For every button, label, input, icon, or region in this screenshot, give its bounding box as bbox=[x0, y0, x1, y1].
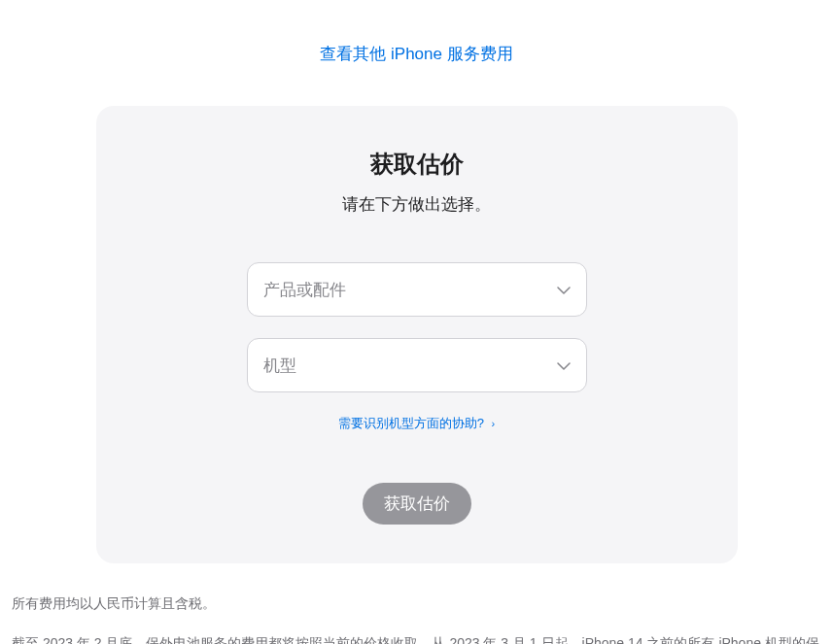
model-select[interactable]: 机型 bbox=[247, 338, 587, 392]
footer-note-2: 截至 2023 年 2 月底，保外电池服务的费用都将按照当前的价格收取。从 20… bbox=[12, 630, 821, 644]
chevron-right-icon: › bbox=[492, 418, 496, 429]
model-placeholder: 机型 bbox=[263, 355, 296, 377]
product-select-wrapper: 产品或配件 bbox=[247, 262, 587, 317]
model-select-wrapper: 机型 bbox=[247, 338, 587, 392]
identify-model-help-link[interactable]: 需要识别机型方面的协助? › bbox=[338, 416, 496, 430]
help-link-container: 需要识别机型方面的协助? › bbox=[135, 414, 699, 432]
footer-notes: 所有费用均以人民币计算且含税。 截至 2023 年 2 月底，保外电池服务的费用… bbox=[10, 591, 823, 644]
chevron-down-icon bbox=[557, 356, 571, 375]
top-link-container: 查看其他 iPhone 服务费用 bbox=[10, 0, 823, 92]
estimate-card: 获取估价 请在下方做出选择。 产品或配件 机型 bbox=[96, 106, 738, 563]
card-subtitle: 请在下方做出选择。 bbox=[135, 193, 699, 216]
card-title: 获取估价 bbox=[135, 149, 699, 180]
chevron-down-icon bbox=[557, 280, 571, 299]
other-service-fees-link[interactable]: 查看其他 iPhone 服务费用 bbox=[320, 45, 512, 63]
footer-note-1: 所有费用均以人民币计算且含税。 bbox=[12, 591, 821, 617]
help-link-text: 需要识别机型方面的协助? bbox=[338, 416, 484, 430]
get-estimate-button[interactable]: 获取估价 bbox=[363, 483, 471, 525]
product-select[interactable]: 产品或配件 bbox=[247, 262, 587, 317]
footer-note-2-text: 截至 2023 年 2 月底，保外电池服务的费用都将按照当前的价格收取。从 20… bbox=[12, 635, 819, 644]
product-placeholder: 产品或配件 bbox=[263, 279, 346, 301]
